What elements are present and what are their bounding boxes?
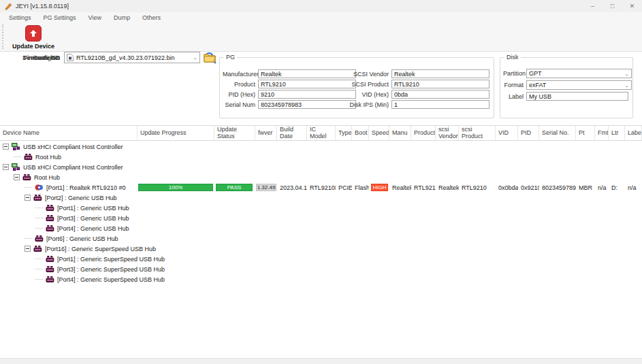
vid-hex-field[interactable] <box>391 90 489 99</box>
update-device-button[interactable]: Update Device <box>5 24 61 50</box>
column-header-speed[interactable]: Speed <box>369 126 389 140</box>
update-device-label: Update Device <box>12 43 54 50</box>
column-header-vid[interactable]: VID <box>496 126 518 140</box>
scsi-product-field[interactable] <box>391 80 489 88</box>
cell-update-status: PASS <box>214 182 255 193</box>
format-select[interactable]: exFAT ⌄ <box>526 80 632 90</box>
column-header-fmt[interactable]: Fmt <box>595 126 609 140</box>
window-controls: – □ ✕ <box>583 0 642 12</box>
product-label: Product <box>223 81 255 88</box>
cell-speed-badge: HIGH <box>371 184 388 191</box>
update-progress-bar: 100% <box>138 184 213 191</box>
partition-select[interactable]: GPT ⌄ <box>526 69 632 78</box>
column-header-pid[interactable]: PID <box>518 126 539 140</box>
tree-row[interactable]: [Port1] : Generic SuperSpeed USB Hub <box>0 254 642 264</box>
tree-item-label: [Port1] : Generic USB Hub <box>57 205 129 212</box>
cell-pid: 0x9210 <box>518 182 539 193</box>
hub-icon <box>33 194 42 201</box>
cell-scsi-product: RTL9210 <box>459 182 496 193</box>
menu-settings[interactable]: Settings <box>3 14 37 21</box>
tree-row[interactable]: [Port4] : Generic USB Hub <box>0 223 642 233</box>
cell-ltr: D: <box>609 182 625 193</box>
cell-speed: HIGH <box>369 182 389 193</box>
column-header-product[interactable]: Product <box>411 126 436 140</box>
cell-boot: Flash <box>352 182 369 193</box>
tree-item-label: [Port4] : Generic SuperSpeed USB Hub <box>57 276 165 283</box>
pid-hex-field[interactable] <box>258 90 356 99</box>
tree-row[interactable]: [Port1] : Realtek RTL9210 #0100%PASS1.32… <box>0 182 642 193</box>
cell-label: n/a <box>625 182 642 193</box>
tree-row[interactable]: USB xHCI Compliant Host Controller <box>0 142 642 152</box>
tree-row[interactable]: [Port3] : Generic SuperSpeed USB Hub <box>0 264 642 274</box>
tree-row[interactable]: USB xHCI Compliant Host Controller <box>0 162 642 172</box>
scsi-vendor-field[interactable] <box>391 69 489 78</box>
tree-row[interactable]: [Port6] : Generic USB Hub <box>0 233 642 244</box>
product-field[interactable] <box>258 80 356 88</box>
column-header-update-status[interactable]: Update Status <box>214 126 255 140</box>
tree-row[interactable]: [Port3] : Generic USB Hub <box>0 213 642 223</box>
close-button[interactable]: ✕ <box>622 0 642 12</box>
collapse-expander-icon[interactable] <box>25 195 31 201</box>
menu-pg-settings[interactable]: PG Settings <box>37 14 82 21</box>
hub-icon <box>46 265 54 273</box>
tree-row[interactable]: Root Hub <box>0 172 642 182</box>
collapse-expander-icon[interactable] <box>25 246 31 252</box>
maximize-button[interactable]: □ <box>603 0 622 12</box>
serial-num-field[interactable] <box>258 100 356 109</box>
menu-dump[interactable]: Dump <box>108 14 136 21</box>
column-header-update-progress[interactable]: Update Progress <box>138 126 214 140</box>
tree-item-label: [Port1] : Generic SuperSpeed USB Hub <box>57 256 165 263</box>
firmware-gd-combo[interactable]: RTL9210B_gd_v4.30.23.071922.bin ⌄ <box>64 52 200 63</box>
firmware-gd-browse-button[interactable] <box>204 53 216 63</box>
tree-row[interactable]: Root Hub <box>0 152 642 162</box>
cell-build-date: 2023.04.14 <box>277 182 307 193</box>
column-header-manu[interactable]: Manu <box>389 126 411 140</box>
titlebar: JEYI [v1.15.8.0119] – □ ✕ <box>0 0 642 12</box>
menu-view[interactable]: View <box>82 14 108 21</box>
cell-pt: MBR <box>576 182 595 193</box>
menu-others[interactable]: Others <box>136 14 167 21</box>
collapse-expander-icon[interactable] <box>3 144 9 150</box>
column-header-scsi-vendor[interactable]: scsi Vendor <box>436 126 459 140</box>
hub-icon <box>46 255 54 263</box>
firmware-gd-label: Firmware GD <box>0 54 60 61</box>
manufacturer-field[interactable] <box>258 69 356 78</box>
tree-row[interactable]: [Port1] : Generic USB Hub <box>0 203 642 213</box>
column-header-pt[interactable]: Pt <box>576 126 595 140</box>
tree-connector <box>25 187 32 188</box>
column-header-serial-no-[interactable]: Serial No. <box>539 126 576 140</box>
column-header-boot[interactable]: Boot <box>352 126 369 140</box>
tree-item-label: Root Hub <box>34 174 60 181</box>
tree-row[interactable]: [Port2] : Generic USB Hub <box>0 193 642 203</box>
update-device-icon <box>25 25 42 42</box>
cell-product: RTL9210 <box>411 182 436 193</box>
disk-ips-field[interactable] <box>391 100 489 109</box>
partition-value: GPT <box>529 70 623 77</box>
hub-icon <box>33 245 42 252</box>
column-header-scsi-product[interactable]: scsi Product <box>459 126 496 140</box>
hub-icon <box>46 204 54 212</box>
column-header-fwver[interactable]: fwver <box>255 126 277 140</box>
toolbar: Update Device <box>0 22 642 52</box>
tree-row[interactable]: [Port4] : Generic SuperSpeed USB Hub <box>0 274 642 284</box>
chevron-down-icon: ⌄ <box>624 82 629 87</box>
column-header-ic-model[interactable]: IC Model <box>307 126 336 140</box>
column-header-type[interactable]: Type <box>336 126 352 140</box>
column-header-device-name[interactable]: Device Name <box>0 126 138 140</box>
column-header-build-date[interactable]: Build Date <box>277 126 307 140</box>
collapse-expander-icon[interactable] <box>14 174 20 180</box>
tree-row[interactable]: [Port16] : Generic SuperSpeed USB Hub <box>0 244 642 254</box>
minimize-button[interactable]: – <box>583 0 603 12</box>
column-header-label[interactable]: Label <box>625 126 642 140</box>
toolbar-gripper[interactable] <box>2 24 3 49</box>
pg-group-title: PG <box>224 54 237 61</box>
partition-label: Partition <box>503 70 524 77</box>
cell-fwver-badge: 1.32.49 <box>256 184 276 191</box>
disk-group-title: Disk <box>504 54 521 61</box>
disk-label-field[interactable] <box>526 92 628 101</box>
collapse-expander-icon[interactable] <box>3 164 9 170</box>
hub-icon <box>22 173 31 181</box>
hub-icon <box>46 225 54 232</box>
tree-item-label: [Port6] : Generic USB Hub <box>46 235 118 242</box>
column-header-ltr[interactable]: Ltr <box>609 126 625 140</box>
